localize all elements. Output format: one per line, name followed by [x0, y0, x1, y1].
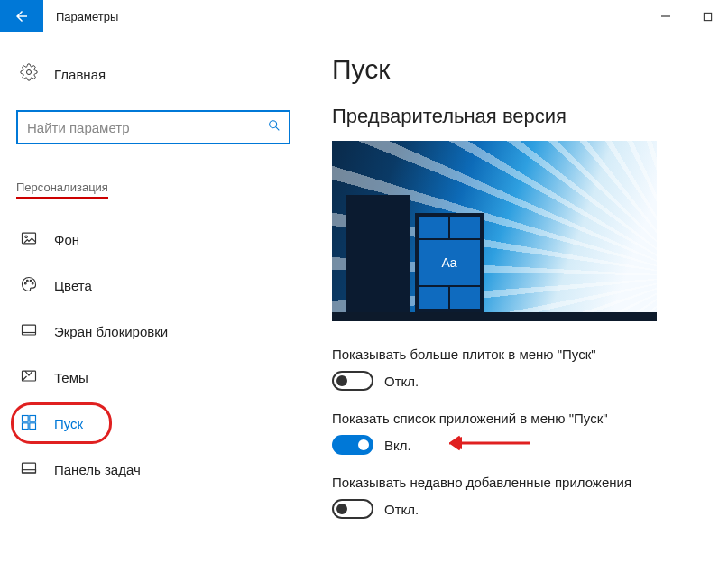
svg-line-4: [276, 127, 280, 131]
gear-icon: [20, 63, 38, 85]
svg-point-8: [27, 280, 29, 282]
preview-tile: [419, 287, 448, 309]
sidebar-item-taskbar[interactable]: Панель задач: [16, 447, 290, 493]
search-input-container[interactable]: [16, 110, 290, 144]
annotation-arrow: [449, 435, 530, 455]
sidebar-item-background[interactable]: Фон: [16, 217, 290, 263]
sidebar-item-label: Пуск: [54, 416, 83, 431]
toggle-state: Откл.: [384, 374, 419, 389]
preview-taskbar: [332, 312, 657, 321]
svg-rect-14: [30, 416, 36, 422]
sidebar-item-themes[interactable]: Темы: [16, 355, 290, 401]
setting-more-tiles: Показывать больше плиток в меню "Пуск" О…: [332, 347, 719, 391]
minimize-button[interactable]: [645, 0, 687, 32]
toggle-recent-apps[interactable]: [332, 499, 373, 519]
svg-rect-1: [704, 13, 711, 20]
svg-point-2: [27, 70, 32, 75]
svg-point-7: [24, 282, 26, 284]
setting-recent-apps: Показывать недавно добавленные приложени…: [332, 475, 719, 519]
page-title: Пуск: [332, 54, 719, 85]
sidebar-item-label: Фон: [54, 232, 79, 247]
toggle-state: Вкл.: [384, 438, 411, 453]
start-icon: [20, 413, 38, 434]
svg-point-10: [32, 282, 33, 284]
image-icon: [20, 229, 38, 250]
sidebar-item-label: Темы: [54, 370, 88, 385]
lockscreen-icon: [20, 321, 38, 342]
svg-rect-17: [23, 463, 36, 473]
svg-rect-15: [23, 423, 29, 430]
sidebar-item-start[interactable]: Пуск: [16, 401, 290, 447]
preview-tile: [450, 217, 480, 238]
preview-start-panel: [346, 195, 410, 312]
maximize-button[interactable]: [687, 0, 728, 32]
preview-heading: Предварительная версия: [332, 105, 719, 128]
palette-icon: [20, 275, 38, 296]
preview-tiles-panel: Aa: [415, 213, 484, 312]
sidebar-item-colors[interactable]: Цвета: [16, 263, 290, 309]
preview-tile: [419, 217, 448, 238]
setting-label: Показать список приложений в меню "Пуск": [332, 411, 719, 426]
content: Главная Персонализация Фон Цвета Экран б…: [0, 32, 728, 564]
sidebar-item-label: Цвета: [54, 278, 92, 293]
sidebar: Главная Персонализация Фон Цвета Экран б…: [0, 32, 307, 564]
preview-tile-large: Aa: [419, 240, 480, 285]
category-header: Персонализация: [16, 180, 108, 199]
sidebar-item-lockscreen[interactable]: Экран блокировки: [16, 309, 290, 355]
sidebar-item-label: Экран блокировки: [54, 324, 168, 339]
svg-point-3: [270, 121, 277, 128]
setting-label: Показывать недавно добавленные приложени…: [332, 475, 719, 490]
sidebar-item-label: Панель задач: [54, 462, 141, 477]
themes-icon: [20, 367, 38, 388]
home-label: Главная: [54, 67, 106, 82]
svg-rect-11: [23, 325, 36, 335]
toggle-app-list[interactable]: [332, 435, 373, 455]
home-button[interactable]: Главная: [16, 58, 290, 90]
preview-tile: [450, 287, 480, 309]
back-button[interactable]: [0, 0, 43, 32]
window-controls: [645, 0, 728, 32]
taskbar-icon: [20, 459, 38, 480]
svg-point-9: [30, 280, 32, 282]
main-panel: Пуск Предварительная версия Aa Показыват…: [307, 32, 728, 564]
toggle-more-tiles[interactable]: [332, 371, 373, 391]
search-input[interactable]: [27, 120, 267, 135]
svg-point-6: [25, 236, 27, 238]
search-icon: [267, 118, 281, 136]
start-preview: Aa: [332, 141, 657, 321]
toggle-state: Откл.: [384, 502, 419, 517]
setting-app-list: Показать список приложений в меню "Пуск"…: [332, 411, 719, 455]
setting-label: Показывать больше плиток в меню "Пуск": [332, 347, 719, 362]
svg-rect-13: [23, 416, 29, 422]
svg-rect-16: [30, 423, 36, 430]
titlebar: Параметры: [0, 0, 728, 32]
svg-rect-18: [23, 470, 36, 473]
window-title: Параметры: [56, 10, 118, 23]
